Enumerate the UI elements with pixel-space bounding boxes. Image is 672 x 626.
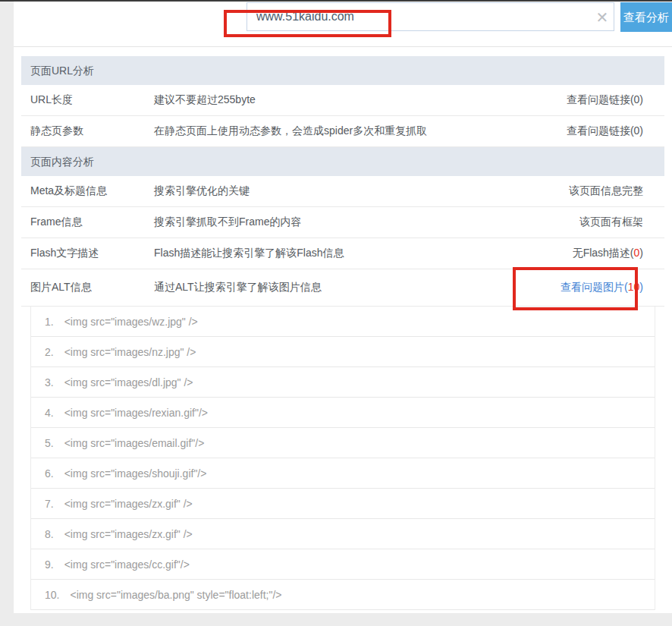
table-row-frame: Frame信息 搜索引擎抓取不到Frame的内容 该页面有框架 xyxy=(21,207,664,238)
list-item: 1. <img src="images/wz.jpg" /> xyxy=(31,307,655,337)
flash-result-close: ) xyxy=(639,247,643,259)
list-item-number: 6. xyxy=(45,467,54,480)
list-item: 10. <img src="images/ba.png" style="floa… xyxy=(31,580,655,610)
search-header: ✕ 查看分析 xyxy=(14,2,672,47)
clear-input-icon[interactable]: ✕ xyxy=(592,8,612,27)
row-label: 静态页参数 xyxy=(21,124,154,138)
list-item: 7. <img src="images/zx.gif" /> xyxy=(31,489,655,519)
row-desc: 搜索引擎抓取不到Frame的内容 xyxy=(154,215,579,229)
row-result: 该页面信息完整 xyxy=(569,184,664,198)
list-item-number: 4. xyxy=(45,407,54,419)
list-item-number: 7. xyxy=(45,498,54,510)
analysis-table: 页面URL分析 URL长度 建议不要超过255byte 查看问题链接(0) 静态… xyxy=(21,56,664,610)
analyze-button[interactable]: 查看分析 xyxy=(620,2,672,32)
list-item-code: <img src="images/cc.gif"/> xyxy=(64,558,190,571)
row-label: Frame信息 xyxy=(21,215,154,229)
list-item-code: <img src="images/rexian.gif"/> xyxy=(64,407,208,419)
url-search-input[interactable] xyxy=(247,2,614,31)
row-desc: 搜索引擎优化的关键 xyxy=(154,184,569,198)
list-item-number: 5. xyxy=(45,437,54,449)
list-item-code: <img src="images/zx.gif" /> xyxy=(64,498,193,510)
list-item-code: <img src="images/nz.jpg" /> xyxy=(64,346,196,358)
row-label: Meta及标题信息 xyxy=(21,184,154,198)
list-item: 9. <img src="images/cc.gif"/> xyxy=(31,549,655,580)
list-item-number: 10. xyxy=(45,589,59,601)
list-item-code: <img src="images/wz.jpg" /> xyxy=(64,316,198,328)
row-result: 该页面有框架 xyxy=(579,215,664,229)
list-item-code: <img src="images/ba.png" style="float:le… xyxy=(70,589,281,601)
row-label: 图片ALT信息 xyxy=(21,281,154,294)
list-item: 6. <img src="images/shouji.gif"/> xyxy=(31,458,655,489)
row-desc: Flash描述能让搜索引擎了解该Flash信息 xyxy=(154,247,573,260)
row-desc: 在静态页面上使用动态参数，会造成spider多次和重复抓取 xyxy=(154,124,567,138)
row-label: Flash文字描述 xyxy=(21,247,154,260)
flash-result-text: 无Flash描述( xyxy=(573,247,634,259)
list-item-code: <img src="images/email.gif"/> xyxy=(64,437,205,449)
list-item-number: 2. xyxy=(45,346,54,358)
table-row-meta: Meta及标题信息 搜索引擎优化的关键 该页面信息完整 xyxy=(21,176,664,207)
main-panel: ✕ 查看分析 页面URL分析 URL长度 建议不要超过255byte 查看问题链… xyxy=(14,2,672,613)
row-result: 无Flash描述(0) xyxy=(573,247,664,260)
row-desc: 建议不要超过255byte xyxy=(154,93,567,107)
table-row-flash: Flash文字描述 Flash描述能让搜索引擎了解该Flash信息 无Flash… xyxy=(21,238,664,269)
list-item-number: 1. xyxy=(45,316,54,328)
row-desc: 通过ALT让搜索引擎了解该图片信息 xyxy=(154,281,561,294)
problem-image-list: 1. <img src="images/wz.jpg" /> 2. <img s… xyxy=(30,307,655,610)
list-item-code: <img src="images/shouji.gif"/> xyxy=(64,467,207,480)
row-label: URL长度 xyxy=(21,93,154,107)
section-header-url: 页面URL分析 xyxy=(21,56,664,85)
list-item: 2. <img src="images/nz.jpg" /> xyxy=(31,337,655,367)
alt-problem-count: 10 xyxy=(628,281,640,293)
list-item: 5. <img src="images/email.gif"/> xyxy=(31,428,655,458)
list-item: 4. <img src="images/rexian.gif"/> xyxy=(31,398,655,428)
list-item-number: 8. xyxy=(45,528,54,540)
list-item-number: 3. xyxy=(45,376,54,388)
row-result-link[interactable]: 查看问题链接(0) xyxy=(567,124,664,138)
alt-link-close[interactable]: ) xyxy=(639,281,643,293)
row-result-link[interactable]: 查看问题链接(0) xyxy=(567,93,664,107)
list-item-code: <img src="images/zx.gif" /> xyxy=(64,528,193,540)
view-problem-images-link[interactable]: 查看问题图片(10) xyxy=(561,281,664,294)
table-row-static-params: 静态页参数 在静态页面上使用动态参数，会造成spider多次和重复抓取 查看问题… xyxy=(21,116,664,147)
table-row-url-length: URL长度 建议不要超过255byte 查看问题链接(0) xyxy=(21,85,664,116)
table-row-img-alt: 图片ALT信息 通过ALT让搜索引擎了解该图片信息 查看问题图片(10) xyxy=(21,269,664,307)
list-item-code: <img src="images/dl.jpg" /> xyxy=(64,376,193,388)
list-item: 3. <img src="images/dl.jpg" /> xyxy=(31,367,655,398)
list-item: 8. <img src="images/zx.gif" /> xyxy=(31,519,655,549)
list-item-number: 9. xyxy=(45,558,54,571)
section-header-content: 页面内容分析 xyxy=(21,147,664,176)
alt-link-text[interactable]: 查看问题图片( xyxy=(561,281,628,293)
